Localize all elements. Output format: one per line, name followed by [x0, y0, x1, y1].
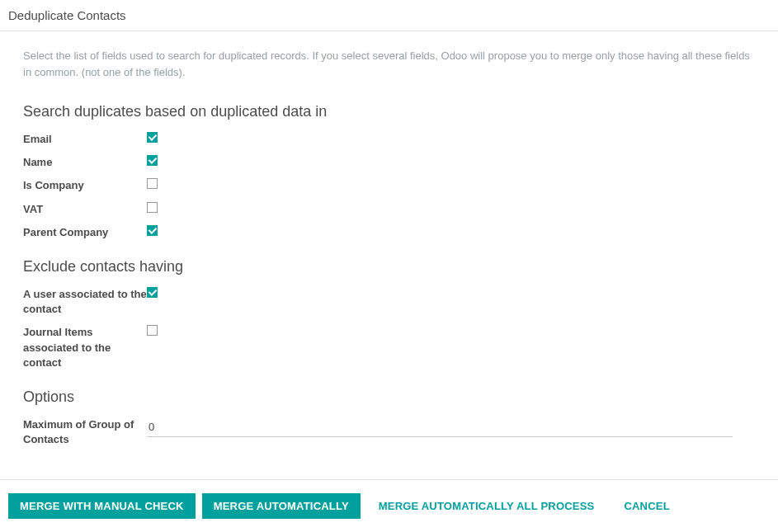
merge-manual-button[interactable]: Merge with Manual Check — [8, 493, 196, 519]
control-journal-items — [147, 325, 158, 336]
field-row-is-company: Is Company — [23, 178, 755, 193]
label-email: Email — [23, 132, 147, 147]
section-exclude-contacts: Exclude contacts having A user associate… — [23, 258, 755, 370]
field-row-email: Email — [23, 132, 755, 147]
field-row-parent-company: Parent Company — [23, 225, 755, 240]
checkbox-vat[interactable] — [147, 202, 158, 213]
section-title-options: Options — [23, 388, 755, 406]
label-vat: VAT — [23, 202, 147, 217]
dialog-header: Deduplicate Contacts — [0, 0, 778, 31]
checkbox-name[interactable] — [147, 155, 158, 166]
label-user-associated: A user associated to the contact — [23, 287, 147, 317]
control-parent-company — [147, 225, 158, 236]
field-row-vat: VAT — [23, 202, 755, 217]
field-row-user-associated: A user associated to the contact — [23, 287, 755, 317]
help-text: Select the list of fields used to search… — [23, 48, 755, 80]
label-journal-items: Journal Items associated to the contact — [23, 325, 147, 370]
label-parent-company: Parent Company — [23, 225, 147, 240]
label-name: Name — [23, 155, 147, 170]
input-max-group[interactable] — [147, 417, 733, 437]
control-is-company — [147, 178, 158, 189]
checkbox-journal-items[interactable] — [147, 325, 158, 336]
section-title-exclude: Exclude contacts having — [23, 258, 755, 275]
label-is-company: Is Company — [23, 178, 147, 193]
merge-auto-all-button[interactable]: Merge Automatically all process — [367, 493, 606, 519]
field-row-name: Name — [23, 155, 755, 170]
label-max-group: Maximum of Group of Contacts — [23, 417, 147, 447]
dialog-footer: Merge with Manual Check Merge Automatica… — [0, 479, 778, 532]
cancel-button[interactable]: Cancel — [612, 493, 681, 519]
dialog-title: Deduplicate Contacts — [8, 8, 770, 22]
control-max-group — [147, 417, 733, 437]
section-search-duplicates: Search duplicates based on duplicated da… — [23, 103, 755, 240]
field-row-max-group: Maximum of Group of Contacts — [23, 417, 755, 447]
checkbox-is-company[interactable] — [147, 178, 158, 189]
section-options: Options Maximum of Group of Contacts — [23, 388, 755, 447]
section-title-search: Search duplicates based on duplicated da… — [23, 103, 755, 120]
control-email — [147, 132, 158, 143]
merge-auto-button[interactable]: Merge Automatically — [202, 493, 361, 519]
control-user-associated — [147, 287, 158, 298]
control-vat — [147, 202, 158, 213]
control-name — [147, 155, 158, 166]
checkbox-email[interactable] — [147, 132, 158, 143]
dialog-content: Select the list of fields used to search… — [0, 31, 778, 479]
checkbox-parent-company[interactable] — [147, 225, 158, 236]
field-row-journal-items: Journal Items associated to the contact — [23, 325, 755, 370]
checkbox-user-associated[interactable] — [147, 287, 158, 298]
